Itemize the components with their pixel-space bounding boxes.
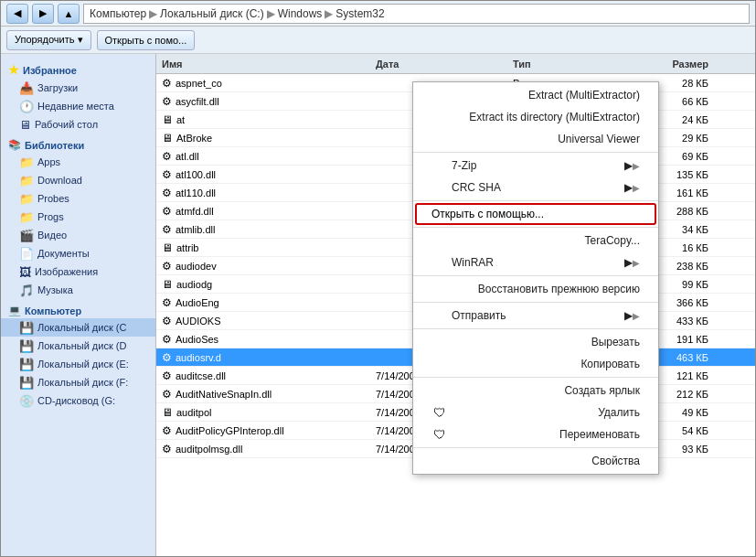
ctx-label-7: WinRAR: [452, 256, 494, 269]
apps-icon: 📁: [19, 155, 34, 169]
up-button[interactable]: ▲: [58, 4, 80, 24]
ctx-separator: [413, 227, 658, 228]
ctx-separator: [413, 275, 658, 276]
ctx-item-14[interactable]: 🛡Переименовать: [413, 423, 658, 445]
sidebar-item-drive-g[interactable]: 💿 CD-дисковод (G:: [1, 391, 155, 410]
sidebar-item-images[interactable]: 🖼 Изображения: [1, 262, 155, 281]
sidebar: ★ Избранное 📥 Загрузки 🕐 Недавние места …: [1, 54, 156, 556]
desktop-icon: 🖥: [19, 118, 31, 132]
ctx-item-15[interactable]: Свойства: [413, 450, 658, 472]
file-name: audiodev: [176, 261, 217, 272]
file-icon: ⚙: [162, 95, 172, 108]
toolbar: Упорядочить ▾ Открыть с помо...: [1, 27, 755, 54]
path-drive[interactable]: Локальный диск (C:): [160, 7, 264, 20]
ctx-label-3: 7-Zip: [452, 159, 476, 172]
ctx-label-4: CRC SHA: [452, 181, 501, 194]
file-name: AudioSes: [176, 334, 218, 345]
file-icon: ⚙: [162, 205, 172, 218]
video-icon: 🎬: [19, 229, 34, 242]
forward-button[interactable]: ▶: [32, 4, 54, 24]
ctx-label-9: Отправить: [452, 309, 506, 322]
organize-button[interactable]: Упорядочить ▾: [6, 30, 91, 50]
path-computer[interactable]: Компьютер: [90, 7, 146, 20]
ctx-separator: [413, 328, 658, 329]
path-windows[interactable]: Windows: [278, 7, 323, 20]
shield-icon: 🛡: [431, 427, 448, 442]
ctx-item-7[interactable]: WinRAR▶: [413, 252, 658, 273]
ctx-item-4[interactable]: CRC SHA▶: [413, 177, 658, 198]
open-with-button[interactable]: Открыть с помо...: [97, 30, 196, 50]
ctx-label-10: Вырезать: [591, 336, 640, 348]
file-icon: 🖥: [162, 113, 173, 126]
ctx-item-2[interactable]: Universal Viewer: [413, 128, 658, 150]
addressbar: ◀ ▶ ▲ Компьютер ▶ Локальный диск (C:) ▶ …: [1, 1, 755, 27]
sidebar-item-drive-e[interactable]: 💾 Локальный диск (E:: [1, 355, 155, 373]
file-name: atl.dll: [176, 151, 199, 162]
sidebar-item-docs[interactable]: 📄 Документы: [1, 244, 155, 262]
sidebar-item-probes[interactable]: 📁 Probes: [1, 189, 155, 208]
ctx-item-6[interactable]: TeraCopy...: [413, 230, 658, 252]
file-name: auditcse.dll: [176, 370, 226, 381]
computer-section: 💻 Компьютер: [1, 299, 155, 318]
file-icon: ⚙: [162, 424, 172, 437]
sidebar-item-download[interactable]: 📁 Download: [1, 171, 155, 189]
col-header-type[interactable]: Тип: [513, 59, 641, 70]
file-icon: ⚙: [162, 223, 172, 236]
file-icon: ⚙: [162, 150, 172, 163]
file-name: audiodg: [176, 279, 212, 290]
file-icon: ⚙: [162, 296, 172, 309]
file-table-header: Имя Дата Тип Размер: [156, 54, 755, 74]
file-name: AUDIOKS: [176, 316, 221, 327]
ctx-item-open-with[interactable]: Открыть с помощью...: [415, 203, 656, 225]
back-button[interactable]: ◀: [6, 4, 28, 24]
sidebar-item-drive-c[interactable]: 💾 Локальный диск (C: [1, 318, 155, 337]
file-name: asycfilt.dll: [176, 96, 219, 107]
file-icon: ⚙: [162, 315, 172, 327]
address-path[interactable]: Компьютер ▶ Локальный диск (C:) ▶ Window…: [83, 4, 750, 24]
col-header-name[interactable]: Имя: [156, 59, 376, 70]
file-name: at: [176, 114, 185, 125]
col-header-size[interactable]: Размер: [641, 59, 714, 70]
ctx-item-9[interactable]: Отправить▶: [413, 305, 658, 327]
sidebar-item-recent[interactable]: 🕐 Недавние места: [1, 97, 155, 115]
sidebar-item-apps[interactable]: 📁 Apps: [1, 153, 155, 171]
file-icon: ⚙: [162, 351, 172, 364]
ctx-item-13[interactable]: 🛡Удалить: [413, 402, 658, 423]
ctx-item-1[interactable]: Extract its directory (MultiExtractor): [413, 106, 658, 128]
sidebar-item-progs[interactable]: 📁 Progs: [1, 208, 155, 226]
file-icon: ⚙: [162, 168, 172, 181]
file-name: audiosrv.d: [176, 352, 221, 363]
file-icon: ⚙: [162, 443, 172, 455]
ctx-item-10[interactable]: Вырезать: [413, 331, 658, 353]
docs-icon: 📄: [19, 247, 34, 261]
explorer-window: ◀ ▶ ▲ Компьютер ▶ Локальный диск (C:) ▶ …: [0, 0, 756, 557]
ctx-item-12[interactable]: Создать ярлык: [413, 380, 658, 402]
computer-icon: 💻: [8, 305, 21, 316]
file-name: AuditNativeSnapIn.dll: [176, 389, 272, 400]
col-header-date[interactable]: Дата: [376, 59, 513, 70]
ctx-item-3[interactable]: 7-Zip▶: [413, 155, 658, 177]
ctx-item-11[interactable]: Копировать: [413, 353, 658, 375]
sidebar-item-drive-f[interactable]: 💾 Локальный диск (F:: [1, 373, 155, 391]
sidebar-item-desktop[interactable]: 🖥 Рабочий стол: [1, 115, 155, 134]
ctx-label-1: Extract its directory (MultiExtractor): [469, 111, 640, 123]
ctx-label-8: Восстановить прежнюю версию: [478, 283, 640, 295]
drive-e-icon: 💾: [19, 358, 34, 371]
file-icon: ⚙: [162, 187, 172, 199]
file-icon: 🖥: [162, 132, 173, 145]
path-system32[interactable]: System32: [335, 7, 384, 20]
sidebar-item-music[interactable]: 🎵 Музыка: [1, 281, 155, 299]
file-name: atmfd.dll: [176, 206, 214, 217]
ctx-item-0[interactable]: Extract (MultiExtractor): [413, 84, 658, 106]
submenu-arrow-3: ▶: [624, 159, 633, 172]
file-name: auditpol: [176, 407, 212, 418]
progs-icon: 📁: [19, 210, 34, 224]
music-icon: 🎵: [19, 284, 34, 297]
file-name: AudioEng: [176, 297, 219, 308]
file-icon: 🖥: [162, 241, 173, 254]
sidebar-item-video[interactable]: 🎬 Видео: [1, 226, 155, 244]
ctx-item-8[interactable]: Восстановить прежнюю версию: [413, 278, 658, 300]
ctx-label-0: Extract (MultiExtractor): [528, 89, 640, 102]
sidebar-item-drive-d[interactable]: 💾 Локальный диск (D: [1, 337, 155, 355]
sidebar-item-downloads[interactable]: 📥 Загрузки: [1, 79, 155, 97]
